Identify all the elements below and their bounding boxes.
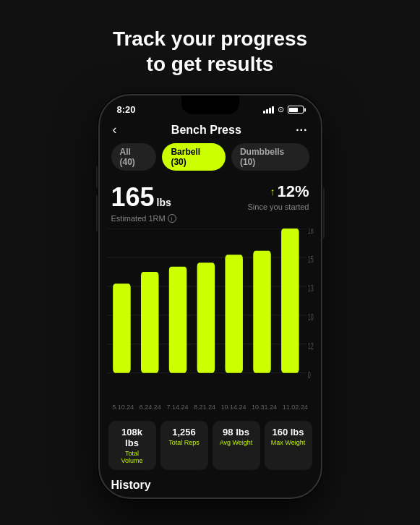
filter-barbell[interactable]: Barbell (30) <box>162 143 226 171</box>
one-rm-label: Estimated 1RM <box>111 214 166 223</box>
headline-line1: Track your progress <box>113 27 307 50</box>
wifi-icon: ⊙ <box>278 105 284 114</box>
stats-row: 165 lbs Estimated 1RM i ↑ 12% Since you … <box>100 179 321 229</box>
total-volume-value: 108k lbs <box>114 427 150 448</box>
status-time: 8:20 <box>117 104 136 115</box>
power-button <box>322 188 325 239</box>
estimated-1rm-stat: 165 lbs Estimated 1RM i <box>111 182 176 223</box>
bar-4 <box>197 262 215 372</box>
chart-svg: 180 150 130 100 120 0 <box>107 229 314 399</box>
status-icons: ⊙ <box>263 105 304 114</box>
avg-weight-card: 98 lbs Avg Weight <box>213 421 260 470</box>
svg-text:0: 0 <box>307 370 310 380</box>
max-weight-label: Max Weight <box>270 439 307 446</box>
date-label-4: 8.21.24 <box>194 404 215 411</box>
bar-1 <box>113 283 131 372</box>
filter-all[interactable]: All (40) <box>111 143 157 171</box>
svg-text:180: 180 <box>307 229 313 236</box>
filter-tabs: All (40) Barbell (30) Dumbbells (10) <box>100 143 321 179</box>
history-section: History <box>100 476 321 498</box>
total-volume-label: Total Volume <box>114 450 150 464</box>
max-weight-value: 160 lbs <box>270 427 307 438</box>
filter-dumbbells[interactable]: Dumbbells (10) <box>231 143 309 171</box>
bar-6 <box>253 251 271 373</box>
battery-icon <box>288 106 304 114</box>
battery-fill <box>289 108 298 112</box>
total-reps-card: 1,256 Total Reps <box>160 421 208 470</box>
back-button[interactable]: ‹ <box>113 122 117 137</box>
headline-line2: to get results <box>147 53 274 75</box>
date-label-2: 6.24.24 <box>140 404 161 411</box>
total-reps-value: 1,256 <box>166 427 202 438</box>
phone-frame: 8:20 ⊙ ‹ Bench Press <box>98 94 322 499</box>
svg-text:150: 150 <box>307 255 313 265</box>
avg-weight-value: 98 lbs <box>218 427 254 438</box>
phone-notch <box>181 95 239 114</box>
nav-bar: ‹ Bench Press ··· <box>100 118 321 143</box>
bar-2 <box>140 272 158 373</box>
svg-text:130: 130 <box>307 283 313 294</box>
more-button[interactable]: ··· <box>296 124 307 137</box>
total-reps-label: Total Reps <box>166 439 202 446</box>
avg-weight-label: Avg Weight <box>218 439 254 446</box>
signal-icon <box>263 106 274 114</box>
bar-chart: 180 150 130 100 120 0 <box>100 229 321 402</box>
pct-value: 12% <box>277 182 309 201</box>
phone-screen: 8:20 ⊙ ‹ Bench Press <box>100 95 321 498</box>
svg-text:120: 120 <box>307 341 313 351</box>
screen-title: Bench Press <box>171 124 241 137</box>
one-rm-value: 165 <box>111 182 155 213</box>
history-title: History <box>111 479 151 491</box>
info-icon[interactable]: i <box>168 214 176 223</box>
trend-up-icon: ↑ <box>270 186 275 197</box>
bar-3 <box>168 267 187 373</box>
summary-stats: 108k lbs Total Volume 1,256 Total Reps 9… <box>100 415 321 476</box>
one-rm-unit: lbs <box>157 197 171 208</box>
total-volume-card: 108k lbs Total Volume <box>108 421 156 470</box>
progress-pct-stat: ↑ 12% Since you started <box>248 182 309 211</box>
bar-5 <box>225 255 243 372</box>
date-label-7: 11.02.24 <box>283 404 308 411</box>
date-label-6: 10.31.24 <box>252 404 277 411</box>
date-label-3: 7.14.24 <box>166 404 188 411</box>
headline: Track your progress to get results <box>0 0 420 94</box>
since-label: Since you started <box>248 202 309 211</box>
phone-mockup: 8:20 ⊙ ‹ Bench Press <box>98 94 322 499</box>
bar-7 <box>281 229 299 373</box>
chart-date-labels: 5.10.24 6.24.24 7.14.24 8.21.24 10.14.24… <box>100 402 321 415</box>
max-weight-card: 160 lbs Max Weight <box>265 421 312 470</box>
svg-text:100: 100 <box>307 312 313 323</box>
date-label-1: 5.10.24 <box>112 404 134 411</box>
date-label-5: 10.14.24 <box>221 404 247 411</box>
